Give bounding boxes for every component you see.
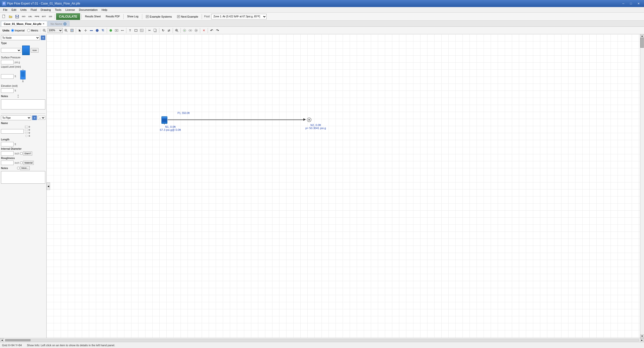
tank-tool-button[interactable]: 🏗 [100, 28, 106, 33]
imperial-radio-label[interactable]: Imperial [11, 29, 25, 32]
next-example-button[interactable]: Next Example [175, 14, 200, 20]
hscroll-thumb[interactable] [5, 339, 30, 341]
fit-button[interactable] [69, 28, 75, 33]
valve-tool-button[interactable] [120, 28, 125, 33]
pipe-name-input[interactable] [1, 129, 24, 134]
pipe-config-button[interactable]: ⚙ [32, 115, 37, 120]
green-circle-button[interactable] [108, 28, 114, 33]
diam-button[interactable]: Diam? [23, 151, 32, 156]
tb-ext-button[interactable]: EXT [41, 14, 47, 20]
more-checkbox[interactable] [17, 167, 20, 169]
menu-file[interactable]: File [1, 8, 10, 12]
tb-123-button[interactable]: 123 [47, 14, 53, 20]
menu-license[interactable]: License [63, 8, 77, 12]
menu-units[interactable]: Units [18, 8, 29, 12]
tb-iso-button[interactable]: ISO [21, 14, 27, 20]
notes-scroll-up[interactable]: ▲ [17, 94, 19, 96]
imperial-radio[interactable] [11, 29, 14, 32]
menu-fluid[interactable]: Fluid [29, 8, 39, 12]
scroll-up-arrow[interactable]: ▲ [640, 34, 644, 38]
svg-point-45 [190, 30, 192, 31]
add-node-button[interactable] [182, 28, 187, 33]
minimize-button[interactable]: ─ [620, 1, 627, 6]
node-n2[interactable] [307, 117, 312, 123]
pan-tool-button[interactable] [83, 28, 88, 33]
manage-nodes-button[interactable] [188, 28, 193, 33]
node-n1[interactable] [161, 116, 168, 125]
internal-diameter-input[interactable]: 0 [1, 151, 14, 156]
zoom-out-button[interactable] [42, 28, 47, 33]
liquid-level-input[interactable]: 0 [1, 74, 14, 79]
grid-canvas[interactable]: P1, 550.0ft N1, 0.0ft 67.3 psi.g@ 0.0ft [47, 34, 644, 338]
surface-pressure-input[interactable]: 0 [1, 60, 14, 64]
menu-tools[interactable]: Tools [53, 8, 63, 12]
zoom-in-button[interactable] [63, 28, 69, 33]
zoom-select[interactable]: 100% [48, 28, 63, 33]
example-systems-button[interactable]: Example Systems [144, 14, 174, 20]
hscroll-track[interactable] [5, 339, 639, 341]
close-button[interactable]: ✕ [635, 1, 642, 6]
fluid-selector[interactable]: Zone 1: Air [0.422 lb/ft³ at 67.3psi.g, … [211, 14, 267, 19]
zoom-rect-button[interactable] [174, 28, 180, 33]
select-tool-button[interactable] [77, 28, 83, 33]
scroll-down-arrow[interactable]: ▼ [640, 334, 644, 338]
line-style-select[interactable]: — [38, 116, 45, 120]
pipe-notes-textarea[interactable] [1, 171, 45, 184]
metric-radio[interactable] [27, 29, 30, 32]
tb-lbl-button[interactable]: LBL [27, 14, 33, 20]
flip-button[interactable]: ⇄ [166, 28, 172, 33]
material-button[interactable]: Material [23, 161, 34, 165]
undo-button[interactable]: ↶ [209, 28, 214, 33]
node-tool-button[interactable] [94, 28, 100, 33]
tb-pipe-button[interactable]: PIPE [34, 14, 40, 20]
pipe-line-p1[interactable] [168, 120, 305, 120]
menu-edit[interactable]: Edit [10, 8, 18, 12]
notes-scroll-down[interactable]: ▼ [17, 96, 19, 98]
pipe-tool-button[interactable] [89, 28, 94, 33]
more-button[interactable]: More... [20, 166, 30, 170]
delete-button[interactable]: ✕ [201, 28, 207, 33]
length-input[interactable]: 0 [1, 142, 14, 146]
text-tool-button[interactable]: T [127, 28, 133, 33]
new-button[interactable] [1, 14, 7, 20]
menu-help[interactable]: Help [100, 8, 110, 12]
plus-tool-button[interactable] [114, 28, 119, 33]
copy-button[interactable] [153, 28, 158, 33]
image-tool-button[interactable] [139, 28, 145, 33]
node-type-dropdown[interactable] [1, 48, 21, 53]
redo-button[interactable]: ↷ [215, 28, 220, 33]
rect-tool-button[interactable] [133, 28, 139, 33]
icon-button[interactable]: Icon [31, 48, 39, 53]
hscroll-right-button[interactable]: ► [640, 338, 644, 342]
tab-noname[interactable]: No Name [48, 21, 69, 26]
settings-button[interactable] [193, 28, 199, 33]
tab-bar: Case_01_Mass_Flow_Air.pfe ✕ No Name [0, 21, 644, 27]
menu-documentation[interactable]: Documentation [77, 8, 100, 12]
rotate-button[interactable]: ↻ [160, 28, 166, 33]
material-checkbox[interactable] [20, 162, 23, 164]
maximize-button[interactable]: □ [627, 1, 634, 6]
menu-drawing[interactable]: Drawing [39, 8, 53, 12]
scroll-left-button[interactable]: ◄ [47, 182, 50, 190]
hscroll-left-button[interactable]: ◄ [0, 338, 4, 342]
cut-button[interactable]: ✂ [147, 28, 152, 33]
node-type-select[interactable]: To Node [1, 35, 40, 40]
results-sheet-button[interactable]: Results Sheet [83, 14, 103, 20]
scroll-thumb-v[interactable] [640, 38, 644, 48]
metric-radio-label[interactable]: Metric [27, 29, 39, 32]
tab-case01[interactable]: Case_01_Mass_Flow_Air.pfe ✕ [1, 21, 47, 26]
node-config-button[interactable]: ⚙ [41, 35, 45, 40]
results-pdf-button[interactable]: Results PDF [103, 14, 122, 20]
elevation-exit-input[interactable]: 0 [1, 88, 14, 93]
canvas-area[interactable]: ◄ P1, 550.0ft N1, 0.0ft 67.3 psi.g@ 0 [47, 34, 644, 338]
pipe-type-select[interactable]: To Pipe [1, 115, 31, 120]
roughness-input[interactable]: 0 [1, 161, 14, 165]
show-log-button[interactable]: Show Log [125, 14, 140, 20]
save-button[interactable] [14, 14, 20, 20]
tab-close-case01[interactable]: ✕ [43, 23, 45, 25]
vertical-scrollbar[interactable]: ▲ ▼ [640, 34, 644, 338]
diam-checkbox[interactable] [20, 152, 23, 155]
open-button[interactable] [8, 14, 14, 20]
node-notes-textarea[interactable] [1, 99, 45, 109]
calculate-button[interactable]: CALCULATE [56, 13, 80, 20]
